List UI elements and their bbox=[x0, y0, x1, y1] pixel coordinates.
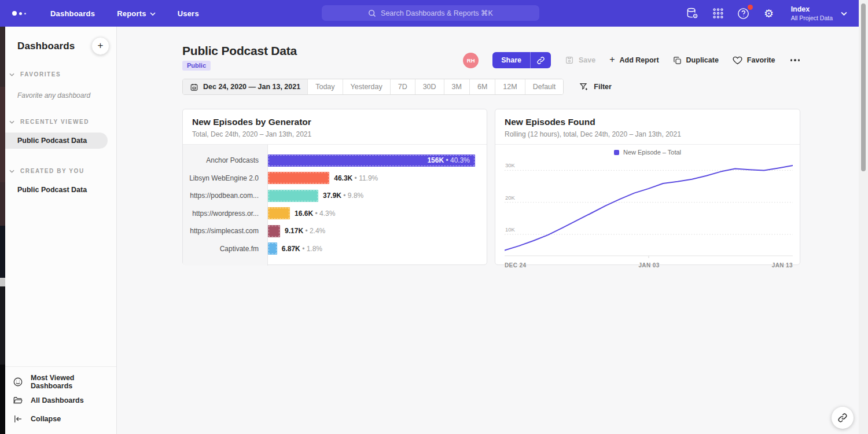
section-created-by-you[interactable]: CREATED BY YOU bbox=[9, 168, 116, 174]
bar-row[interactable]: 46.3K • 11.9% bbox=[268, 170, 487, 187]
preset-today[interactable]: Today bbox=[307, 79, 342, 94]
bar[interactable]: 156K • 40.3% bbox=[268, 155, 475, 167]
bar-row[interactable]: 9.17K • 2.4% bbox=[268, 222, 487, 240]
bar-chart-title: New Episodes by Generator bbox=[192, 117, 477, 127]
search-icon bbox=[368, 9, 376, 17]
search-input[interactable]: Search Dashboards & Reports ⌘K bbox=[322, 5, 539, 21]
all-dashboards-button[interactable]: All Dashboards bbox=[13, 391, 116, 410]
svg-text:30K: 30K bbox=[505, 162, 515, 168]
sidebar-title: Dashboards bbox=[17, 41, 75, 52]
line-chart-subtitle: Rolling (12 hours), total, Dec 24th, 202… bbox=[505, 130, 790, 138]
preset-30d[interactable]: 30D bbox=[415, 79, 444, 94]
chevron-down-icon bbox=[9, 120, 14, 124]
line-chart-plot[interactable]: 10K20K30K bbox=[505, 159, 793, 260]
filter-funnel-icon bbox=[579, 82, 589, 91]
favorites-empty-hint: Favorite any dashboard bbox=[17, 91, 116, 100]
settings-gear-icon[interactable]: ⚙ bbox=[762, 6, 776, 20]
add-dashboard-button[interactable]: + bbox=[91, 37, 109, 55]
section-recently-viewed[interactable]: RECENTLY VIEWED bbox=[9, 119, 116, 125]
legend-label: New Episode – Total bbox=[623, 149, 681, 156]
bar[interactable] bbox=[268, 225, 280, 237]
bar[interactable] bbox=[268, 172, 329, 184]
chevron-down-icon bbox=[9, 170, 14, 173]
svg-text:20K: 20K bbox=[505, 194, 515, 201]
sidebar-item-public-podcast-data[interactable]: Public Podcast Data bbox=[5, 133, 108, 149]
project-switcher[interactable]: Index All Project Data bbox=[791, 5, 847, 21]
bar-category-label: Libsyn WebEngine 2.0 bbox=[183, 170, 267, 187]
preset-6m[interactable]: 6M bbox=[469, 79, 495, 94]
link-icon bbox=[536, 56, 545, 65]
duplicate-button[interactable]: Duplicate bbox=[673, 56, 719, 65]
app-logo-icon[interactable] bbox=[12, 11, 32, 16]
collapse-sidebar-button[interactable]: Collapse bbox=[13, 410, 116, 428]
x-tick-label: JAN 03 bbox=[638, 262, 659, 269]
legend-swatch bbox=[614, 150, 619, 155]
chevron-down-icon bbox=[841, 12, 847, 16]
avatar[interactable]: RH bbox=[463, 53, 479, 68]
bar-row[interactable]: 6.87K • 1.8% bbox=[268, 240, 487, 258]
duplicate-icon bbox=[673, 56, 682, 65]
share-link-button[interactable] bbox=[530, 52, 551, 68]
date-range-picker[interactable]: Dec 24, 2020 — Jan 13, 2021 bbox=[183, 79, 307, 94]
svg-text:10K: 10K bbox=[505, 226, 515, 233]
bar-row[interactable]: 37.9K • 9.8% bbox=[268, 187, 487, 205]
more-options-button[interactable] bbox=[789, 57, 801, 64]
bar-row[interactable]: 156K • 40.3% bbox=[268, 152, 487, 170]
project-subtitle: All Project Data bbox=[791, 14, 833, 21]
bar-chart-rows: 156K • 40.3%46.3K • 11.9%37.9K • 9.8%16.… bbox=[268, 145, 487, 266]
bar-value-label: 6.87K • 1.8% bbox=[282, 245, 322, 253]
bar[interactable] bbox=[268, 190, 318, 202]
data-source-icon[interactable] bbox=[686, 6, 700, 20]
preset-7d[interactable]: 7D bbox=[390, 79, 415, 94]
share-button[interactable]: Share bbox=[492, 52, 551, 68]
nav-reports[interactable]: Reports bbox=[117, 9, 156, 18]
filter-button[interactable]: Filter bbox=[579, 82, 612, 91]
bar-category-label: https://podbean.com... bbox=[183, 187, 267, 205]
bar-value-label: 156K • 40.3% bbox=[427, 156, 470, 164]
chevron-down-icon bbox=[9, 73, 14, 76]
bar-row[interactable]: 16.6K • 4.3% bbox=[268, 205, 487, 223]
preset-yesterday[interactable]: Yesterday bbox=[343, 79, 390, 94]
copy-link-fab[interactable] bbox=[832, 407, 854, 429]
bar[interactable] bbox=[268, 207, 290, 219]
page-scrollbar[interactable] bbox=[859, 0, 868, 434]
section-favorites[interactable]: FAVORITES bbox=[9, 71, 116, 78]
bar-category-label: Anchor Podcasts bbox=[183, 152, 267, 170]
sidebar: Dashboards + FAVORITES Favorite any dash… bbox=[5, 27, 117, 434]
nav-dashboards[interactable]: Dashboards bbox=[50, 9, 95, 18]
favorite-button[interactable]: Favorite bbox=[733, 56, 775, 65]
help-icon[interactable] bbox=[737, 6, 751, 20]
calendar-icon bbox=[190, 83, 198, 91]
project-name: Index bbox=[791, 5, 833, 13]
preset-default[interactable]: Default bbox=[525, 79, 564, 94]
page-title: Public Podcast Data bbox=[182, 44, 297, 58]
preset-12m[interactable]: 12M bbox=[495, 79, 524, 94]
bar-value-label: 37.9K • 9.8% bbox=[323, 192, 363, 200]
add-report-button[interactable]: + Add Report bbox=[609, 56, 659, 65]
preset-buttons: TodayYesterday7D30D3M6M12MDefault bbox=[307, 79, 563, 94]
most-viewed-dashboards-button[interactable]: Most Viewed Dashboards bbox=[13, 373, 116, 391]
main-content: Public Podcast Data Public RH Share Save… bbox=[117, 27, 859, 434]
preset-3m[interactable]: 3M bbox=[444, 79, 469, 94]
bar[interactable] bbox=[268, 242, 277, 255]
search-placeholder: Search Dashboards & Reports ⌘K bbox=[381, 9, 493, 17]
bar-category-label: https://wordpress.or... bbox=[183, 205, 267, 223]
bar-chart-subtitle: Total, Dec 24th, 2020 – Jan 13th, 2021 bbox=[192, 130, 477, 138]
bar-value-label: 9.17K • 2.4% bbox=[285, 227, 325, 235]
x-tick-label: DEC 24 bbox=[505, 262, 526, 269]
bar-chart-labels: Anchor PodcastsLibsyn WebEngine 2.0https… bbox=[183, 145, 268, 266]
sidebar-item-public-podcast-data-created[interactable]: Public Podcast Data bbox=[5, 182, 116, 198]
save-button[interactable]: Save bbox=[565, 56, 595, 65]
link-icon bbox=[837, 413, 848, 423]
bar-value-label: 46.3K • 11.9% bbox=[334, 174, 378, 182]
bar-category-label: Captivate.fm bbox=[183, 240, 267, 258]
line-chart-legend: New Episode – Total bbox=[495, 145, 800, 159]
chevron-down-icon bbox=[150, 12, 156, 16]
scrollbar-thumb[interactable] bbox=[861, 3, 866, 171]
collapse-left-icon bbox=[13, 414, 23, 424]
nav-users[interactable]: Users bbox=[178, 9, 199, 18]
folder-icon bbox=[13, 395, 23, 406]
apps-grid-icon[interactable] bbox=[711, 6, 725, 20]
x-tick-label: JAN 13 bbox=[772, 262, 793, 269]
card-new-episodes-by-generator: New Episodes by Generator Total, Dec 24t… bbox=[182, 109, 487, 265]
